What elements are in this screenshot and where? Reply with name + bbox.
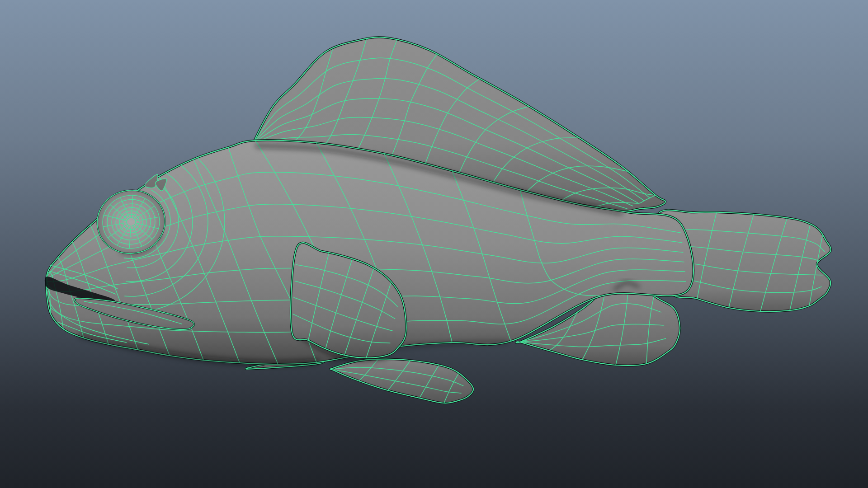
viewport-canvas[interactable]: [0, 0, 868, 488]
3d-viewport[interactable]: [0, 0, 868, 488]
pelvic-fin[interactable]: [330, 359, 473, 403]
